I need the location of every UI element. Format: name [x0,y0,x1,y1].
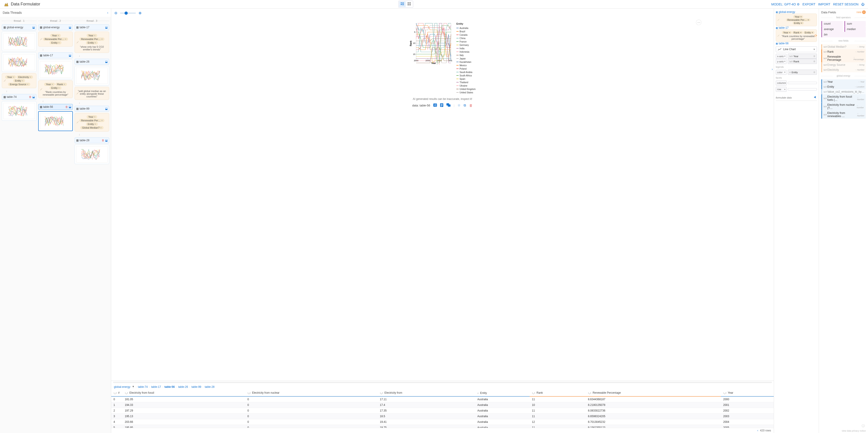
enc-column-label[interactable]: column▾ [776,81,786,86]
prompt-card[interactable]: ⸓Year×Renewable Per…×Entity× [38,32,73,47]
enc-row-value[interactable] [788,88,817,90]
legend-item[interactable]: Germany [456,43,475,47]
model-link[interactable]: MODEL: GPT-4O ⚙ [771,2,800,6]
field-chip[interactable]: 1₂3Rank-- Number [821,49,866,54]
config-breadcrumb[interactable]: ▦ global-energy [776,10,817,13]
field-chip[interactable]: 1₂3Value_co2_emissions_kt_by… [821,89,866,94]
table-row[interactable]: 1194.33017.4Australia108.21801350782001 [111,402,774,408]
reset-link[interactable]: RESET SESSION [833,2,859,6]
view-doc-icon[interactable] [440,103,443,107]
star-icon[interactable]: ☆ [458,103,460,107]
thread-node-header[interactable]: ▦table-99⬓ [74,106,109,112]
table-prev-page[interactable]: ‹ [757,429,758,432]
chart-icon[interactable]: ⬓ [69,54,71,57]
operator-chip[interactable]: count [821,21,843,26]
enc-field-value[interactable]: 1₂3Rank⊗ [788,59,817,64]
chat-icon[interactable] [446,103,451,107]
enc-column-value[interactable] [788,82,817,84]
delete-icon[interactable]: 🗑 [102,139,104,142]
chart-type-select[interactable]: Line Chart ▾ [776,46,817,52]
legend-item[interactable]: India [456,47,475,50]
legend-item[interactable]: Indonesia [456,50,475,54]
field-chip[interactable]: 1₂3Entity-- Location [821,84,866,89]
prompt-card[interactable]: ⸓"add global median as an entity alongsi… [74,87,109,100]
thread-node-header[interactable]: ▦table-74🗑⬓ [2,94,36,100]
table-resize-handle[interactable] [113,382,772,383]
field-chip[interactable]: 1₂3Energy Source-- String [821,62,866,67]
collapse-config-icon[interactable]: › [772,67,773,71]
prompt-card[interactable]: ⸓Year×Renewable Per…×Entity×Global Media… [74,113,109,131]
thread-node-header[interactable]: ▦table-17⬓ [74,24,109,30]
field-chip[interactable]: 1₂3Renewable Percentage-- Percentage [821,54,866,62]
new-field-button[interactable]: new+ [857,10,866,14]
chart-thumbnail[interactable] [38,60,73,79]
legend-item[interactable]: Australia [456,26,475,30]
legend-item[interactable]: France [456,40,475,43]
table-tab[interactable]: table-56 [164,385,175,389]
delete-icon[interactable]: 🗑 [29,95,32,98]
thread-node-header[interactable]: ▦global-energy⬓ [2,24,36,30]
info-icon[interactable]: ⓘ [862,424,865,428]
thread-node-header[interactable]: ▦global-energy⬓ [38,24,73,30]
chart-icon[interactable]: ⬓ [32,95,35,98]
table-tab[interactable]: global-energy [114,385,130,389]
field-chip[interactable]: 1₂3Global Median?-- String [821,44,866,49]
thread-node-header[interactable]: ▦table-26⬓ [74,59,109,65]
table-header[interactable]: 123 Electricity from fossil [123,390,245,396]
prompt-card[interactable]: ⸓Year×Renewable Per…×Entity×"show only t… [74,32,109,53]
delete-icon[interactable]: 🗑 [65,105,68,109]
prompt-card[interactable]: ⸓Year×Electricity×Entity×Energy Source× [2,73,36,88]
legend-item[interactable]: United Kingdom [456,88,475,91]
table-row[interactable]: 0181.05017.11Australia118.63443681872000 [111,396,774,402]
zoom-slider[interactable] [120,13,136,13]
view-table-icon[interactable] [433,103,437,107]
field-chip[interactable]: 1₂3Electricity from fossil fuels (…-- Nu… [821,94,866,102]
table-header[interactable]: A Entity [475,390,530,396]
table-row[interactable]: 2197.29017.35Australia118.08330227362002 [111,408,774,413]
table-row[interactable]: 4203.66019.41Australia128.70130452322004 [111,419,774,425]
field-chip[interactable]: 1₂3Electricity-- Number [821,67,866,72]
enc-field-value[interactable]: 1₂3Year⊗ [788,54,817,59]
chart-icon[interactable]: ⬓ [105,26,107,29]
field-chip[interactable]: 1₂3Electricity from nuclear (T…-- Number [821,102,866,111]
chart-icon[interactable]: ⬓ [105,107,107,110]
table-header[interactable]: 123 Electricity from nuclear [245,390,377,396]
view-grid-button[interactable] [406,1,412,7]
clear-icon[interactable]: ⊗ [813,55,815,58]
thread-node-header[interactable]: ▦table-56🗑⬓ [38,104,73,110]
collapse-threads-icon[interactable]: ‹ [107,11,108,14]
enc-color-value[interactable]: AEntity⊗ [788,70,817,75]
privacy-link[interactable]: view data privacy notice [842,430,866,432]
table-row[interactable]: 3195.13018.5Australia118.65983242052003 [111,413,774,419]
power-icon[interactable]: ⏻ [861,2,864,6]
chart-thumbnail[interactable] [74,66,109,86]
prompt-card[interactable]: ⸓Year×Rank×Entity×"Rank countries by ren… [38,81,73,98]
formulate-input[interactable] [776,96,813,99]
delete-chart-icon[interactable]: 🗑 [469,103,473,107]
table-tab[interactable]: table-74 [138,385,148,389]
legend-item[interactable]: Mexico [456,64,475,67]
chart-thumbnail[interactable] [2,53,36,72]
table-header[interactable]: 123 Year [721,390,774,396]
regenerate-icon[interactable]: ⟳ [814,34,817,38]
legend-item[interactable]: United States [456,91,475,94]
legend-item[interactable]: Kazakhstan [456,60,475,64]
clear-icon[interactable]: ⊗ [813,60,815,63]
table-tab[interactable]: table-28 [205,385,215,389]
chart-thumbnail[interactable] [2,32,36,51]
enc-color-label[interactable]: color▾ [776,70,786,75]
legend-item[interactable]: Poland [456,67,475,70]
zoom-out-icon[interactable]: ⊖ [114,11,117,15]
formulate-send-icon[interactable] [813,95,817,100]
table-header[interactable]: 123 # [111,390,123,396]
legend-item[interactable]: China [456,37,475,40]
view-list-button[interactable] [399,1,406,7]
thread-node-header[interactable]: ▦table-17⬓ [38,53,73,58]
config-breadcrumb[interactable]: ▦ table-17 [776,26,817,29]
chart-icon[interactable]: ⬓ [105,139,107,142]
legend-item[interactable]: Saudi Arabia [456,70,475,74]
import-link[interactable]: IMPORT [818,2,830,6]
legend-item[interactable]: Ukraine [456,84,475,88]
enc-channel-label[interactable]: x-axis▾ [776,54,786,59]
table-tab[interactable]: table-17 [151,385,161,389]
